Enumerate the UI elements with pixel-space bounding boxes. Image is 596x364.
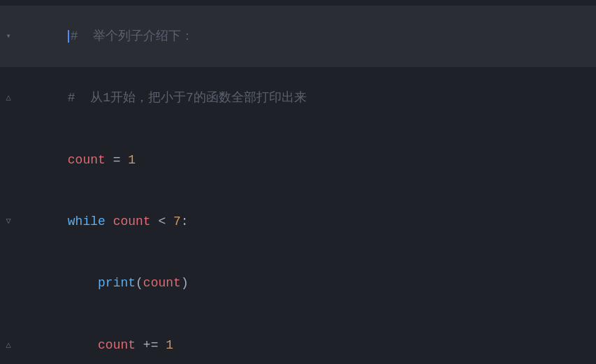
op-4: < <box>151 214 173 228</box>
code-line-4: ▽ while count < 7: <box>0 191 596 252</box>
line-content-1: # 举个列子介绍下： <box>17 6 596 66</box>
count-var-3: count <box>68 153 106 167</box>
code-editor: ▾ # 举个列子介绍下： △ # 从1开始，把小于7的函数全部打印出来 coun… <box>0 0 596 364</box>
code-line-3: count = 1 <box>0 129 596 191</box>
fold-icon-6[interactable]: △ <box>6 339 10 352</box>
line-content-3: count = 1 <box>17 130 596 190</box>
num-3: 1 <box>128 153 136 167</box>
count-var-4: count <box>106 214 151 228</box>
bracket-5r: ) <box>181 276 189 290</box>
count-var-6: count <box>98 338 136 352</box>
line-content-6: ____count += 1 <box>17 315 596 364</box>
gutter-1: ▾ <box>0 30 17 43</box>
num-6: 1 <box>166 338 173 352</box>
gutter-4: ▽ <box>0 215 17 228</box>
code-line-2: △ # 从1开始，把小于7的函数全部打印出来 <box>0 67 596 129</box>
op-3: = <box>106 153 128 167</box>
code-line-6: △ ____count += 1 <box>0 314 596 364</box>
code-line-1: ▾ # 举个列子介绍下： <box>0 6 596 67</box>
line-content-4: while count < 7: <box>17 191 596 252</box>
line-content-2: # 从1开始，把小于7的函数全部打印出来 <box>17 68 596 128</box>
line-content-5: ____print(count) <box>17 254 596 314</box>
fold-icon-1[interactable]: ▾ <box>6 30 10 43</box>
fold-icon-4[interactable]: ▽ <box>6 215 10 228</box>
fold-icon-2[interactable]: △ <box>6 92 10 105</box>
colon-4: : <box>181 214 189 228</box>
comment-hash-2: # 从1开始，把小于7的函数全部打印出来 <box>68 91 307 105</box>
gutter-2: △ <box>0 92 17 105</box>
comment-hash-1: # 举个列子介绍下： <box>71 29 194 43</box>
code-line-5: ____print(count) <box>0 253 596 314</box>
num-4: 7 <box>173 214 181 228</box>
bracket-5l: ( <box>136 276 143 290</box>
gutter-6: △ <box>0 339 17 352</box>
print-call-5: print <box>98 276 136 290</box>
op-6: += <box>136 338 166 352</box>
kw-while: while <box>68 214 106 228</box>
count-var-5: count <box>143 276 181 290</box>
